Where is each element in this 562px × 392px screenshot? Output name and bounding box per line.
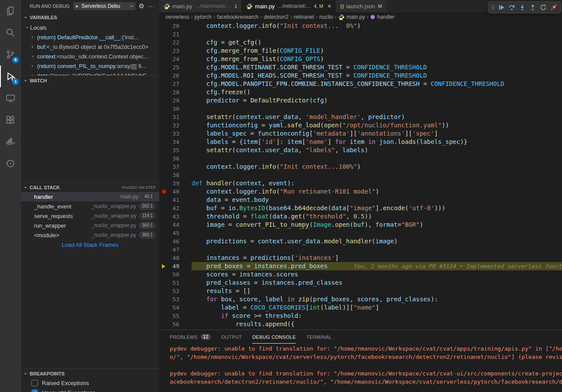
gutter[interactable]: [159, 121, 168, 130]
panel-tab-problems[interactable]: PROBLEMS12: [170, 330, 211, 344]
breadcrumb-item[interactable]: nuclio: [319, 14, 333, 20]
code-line[interactable]: 44 image = convert_PIL_to_numpy(Image.op…: [159, 221, 562, 229]
code-line[interactable]: 31 setattr(context.user_data, 'model_han…: [159, 113, 562, 121]
code-line[interactable]: 36: [159, 154, 562, 163]
panel-tab-terminal[interactable]: TERMINAL: [306, 330, 332, 344]
gutter[interactable]: [159, 163, 168, 171]
gutter[interactable]: [159, 245, 168, 254]
gutter[interactable]: [159, 254, 168, 262]
gutter[interactable]: [159, 146, 168, 154]
stack-frame-row[interactable]: _handle_event_nuclio_wrapper.py262:1: [21, 201, 159, 211]
search-icon[interactable]: [0, 22, 21, 44]
scope-locals[interactable]: › Locals: [21, 23, 159, 32]
code-line[interactable]: 43 threshold = float(data.get("threshold…: [159, 212, 562, 221]
code-line[interactable]: 40 context.logger.info("Run retinanet-R1…: [159, 187, 562, 196]
breakpoint-item-raised-exceptions[interactable]: Raised Exceptions: [21, 378, 159, 388]
gutter[interactable]: [159, 279, 168, 287]
gutter[interactable]: [159, 229, 168, 237]
code-line[interactable]: 52 results = []: [159, 287, 562, 295]
code-line[interactable]: 45: [159, 229, 562, 237]
code-line[interactable]: 23 cfg.merge_from_file(CONFIG_FILE): [159, 47, 562, 55]
gutter[interactable]: [159, 55, 168, 63]
launch-config-select[interactable]: ▶ Serverless Debu ›: [73, 2, 136, 10]
breadcrumb-item[interactable]: main.py: [338, 14, 365, 20]
breadcrumb-item[interactable]: handler: [370, 14, 394, 20]
gutter[interactable]: [159, 295, 168, 303]
tab-close-icon[interactable]: ×: [328, 3, 331, 10]
gutter[interactable]: [159, 303, 168, 312]
code-line[interactable]: 37 context.logger.info("Init context...1…: [159, 163, 562, 171]
code-line[interactable]: 28 cfg.freeze(): [159, 88, 562, 96]
code-line[interactable]: 56 results.append({: [159, 320, 562, 328]
call-stack-section-header[interactable]: › CALL STACK PAUSED ON STEP: [21, 182, 159, 192]
gutter[interactable]: [159, 88, 168, 96]
run-debug-icon[interactable]: 1: [0, 65, 21, 87]
start-debug-icon[interactable]: ▶: [76, 4, 79, 8]
code-line[interactable]: 53 for box, score, label in zip(pred_box…: [159, 295, 562, 303]
panel-tab-output[interactable]: OUTPUT: [221, 330, 242, 344]
breadcrumb-item[interactable]: detectron2: [264, 14, 288, 20]
gutter[interactable]: [159, 113, 168, 121]
gutter[interactable]: [159, 312, 168, 320]
gutter[interactable]: [159, 287, 168, 295]
load-all-stack-frames-link[interactable]: Load All Stack Frames: [21, 240, 159, 249]
code-line[interactable]: 20 context.logger.info("Init context... …: [159, 22, 562, 30]
checkbox-unchecked[interactable]: [31, 380, 38, 386]
gutter[interactable]: [159, 22, 168, 30]
code-line[interactable]: 41 data = event.body: [159, 196, 562, 204]
gutter[interactable]: [159, 320, 168, 328]
gutter[interactable]: [159, 204, 168, 212]
breadcrumb-item[interactable]: serverless: [165, 14, 189, 20]
code-line[interactable]: 51 pred_classes = instances.pred_classes: [159, 279, 562, 287]
variable-row[interactable]: ›context: <nuclio_sdk.context.Context ob…: [21, 51, 159, 61]
code-line[interactable]: 22 cfg = get_cfg(): [159, 38, 562, 47]
code-line[interactable]: 39def handler(context, event):: [159, 179, 562, 187]
gutter[interactable]: [159, 72, 168, 80]
code-line[interactable]: 25 cfg.MODEL.RETINANET.SCORE_THRESH_TEST…: [159, 63, 562, 72]
breadcrumb-item[interactable]: facebookresearch: [217, 14, 258, 20]
gutter[interactable]: [159, 138, 168, 146]
editor-tab-1[interactable]: main.py…/siammask/…1: [159, 0, 242, 12]
variable-row[interactable]: ›data: {'image': 'iVBORw0KGgoAAAANSUhE…: [21, 71, 159, 75]
stack-frame-row[interactable]: serve_requests_nuclio_wrapper.py114:1: [21, 211, 159, 221]
stack-frame-row[interactable]: handlermain.py49:1: [21, 192, 159, 201]
gutter[interactable]: [159, 221, 168, 229]
gutter[interactable]: [159, 96, 168, 105]
breakpoint-item-uncaught-exceptions[interactable]: ✓ Uncaught Exceptions: [21, 388, 159, 392]
breadcrumb-item[interactable]: pytorch: [195, 14, 212, 20]
code-line[interactable]: 54 label = COCO_CATEGORIES[int(label)]["…: [159, 303, 562, 312]
variables-section-header[interactable]: › VARIABLES: [21, 12, 159, 23]
code-line[interactable]: 48 instances = predictions['instances']: [159, 254, 562, 262]
code-editor[interactable]: 20 context.logger.info("Init context... …: [159, 22, 562, 330]
debug-console-output[interactable]: pydev debugger: unable to find translati…: [159, 344, 562, 392]
step-over-button[interactable]: [507, 2, 517, 13]
code-line[interactable]: 55 if score >= threshold:: [159, 312, 562, 320]
current-line-gutter[interactable]: [159, 262, 168, 270]
gutter[interactable]: [159, 38, 168, 47]
gear-icon[interactable]: ⚙: [139, 2, 144, 10]
gutter[interactable]: [159, 154, 168, 163]
code-line[interactable]: 47: [159, 245, 562, 254]
panel-tab-debug-console[interactable]: DEBUG CONSOLE: [252, 330, 296, 344]
code-line[interactable]: 33 labels_spec = functionconfig['metadat…: [159, 130, 562, 138]
stack-frame-row[interactable]: run_wrapper_nuclio_wrapper.py360:1: [21, 221, 159, 230]
code-line[interactable]: 34 labels = {item['id']: item['name'] fo…: [159, 138, 562, 146]
code-line[interactable]: 29 predictor = DefaultPredictor(cfg): [159, 96, 562, 105]
variable-row[interactable]: ›(return) DefaultPredictor.__call__: {'i…: [21, 32, 159, 42]
code-line[interactable]: 50 scores = instances.scores: [159, 270, 562, 279]
code-line[interactable]: 30: [159, 105, 562, 113]
gutter[interactable]: [159, 30, 168, 38]
gutter[interactable]: [159, 196, 168, 204]
gutter[interactable]: [159, 237, 168, 245]
breadcrumb-item[interactable]: retinanet: [294, 14, 314, 20]
gutter[interactable]: [159, 80, 168, 88]
gutter[interactable]: [159, 105, 168, 113]
gutter[interactable]: [159, 171, 168, 179]
gutter[interactable]: [159, 179, 168, 187]
code-line[interactable]: 42 buf = io.BytesIO(base64.b64decode(dat…: [159, 204, 562, 212]
step-into-button[interactable]: [517, 2, 528, 13]
code-line[interactable]: 35 setattr(context.user_data, "labels", …: [159, 146, 562, 154]
gutter[interactable]: [159, 63, 168, 72]
explorer-icon[interactable]: [0, 0, 21, 22]
watch-section-header[interactable]: › WATCH: [21, 75, 159, 85]
